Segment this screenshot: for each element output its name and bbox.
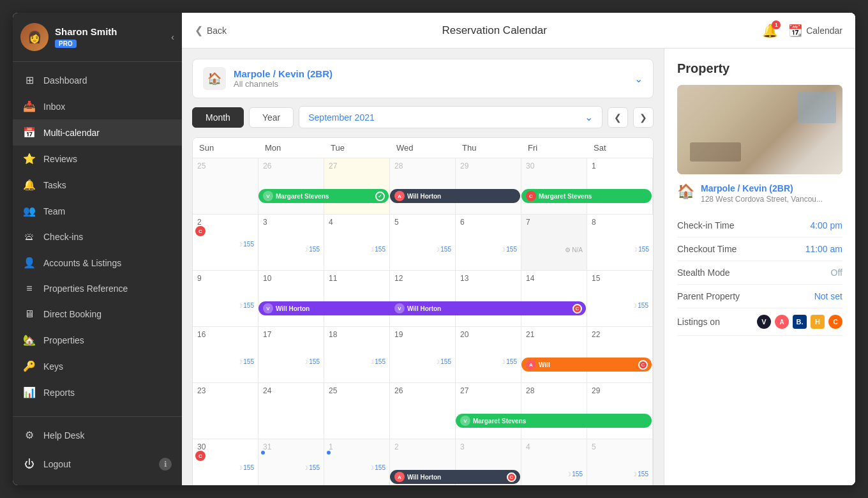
sidebar-item-reviews[interactable]: ⭐ Reviews (13, 146, 182, 172)
sidebar-item-helpdesk[interactable]: ⚙ Help Desk (13, 422, 182, 448)
cell-sep5[interactable]: 5 ☽ 155 (390, 215, 456, 271)
calendar-grid: Sun Mon Tue Wed Thu Fri Sat 25 (192, 137, 654, 485)
collapse-button[interactable]: ‹ (171, 32, 174, 42)
tasks-icon: 🔔 (23, 179, 36, 191)
sidebar-item-keys[interactable]: 🔑 Keys (13, 353, 182, 379)
cell-sep14[interactable]: 14 (521, 271, 587, 327)
cell-sep28[interactable]: 28 (521, 383, 587, 439)
col-sat: Sat (587, 138, 653, 158)
cell-sep4[interactable]: 4 ☽ 155 (324, 215, 390, 271)
cell-aug28[interactable]: 28 (390, 158, 456, 215)
dashboard-icon: ⊞ (23, 74, 36, 86)
sidebar-item-inbox[interactable]: 📥 Inbox (13, 93, 182, 119)
sidebar-item-tasks[interactable]: 🔔 Tasks (13, 172, 182, 198)
sidebar-item-logout[interactable]: ⏻ Logout (23, 453, 159, 475)
cell-oct2[interactable]: 2 (390, 439, 456, 485)
sidebar-item-team[interactable]: 👥 Team (13, 198, 182, 224)
cell-sep27[interactable]: 27 (456, 383, 521, 439)
cell-sep29[interactable]: 29 (587, 383, 653, 439)
bell-button[interactable]: 🔔 1 (762, 23, 778, 38)
cell-aug26[interactable]: 26 (258, 158, 324, 215)
homeaway-icon: H (811, 315, 825, 329)
cell-sep9[interactable]: 9 ☽ 155 (193, 271, 258, 327)
cell-oct3[interactable]: 3 (456, 439, 521, 485)
cell-sep24[interactable]: 24 (258, 383, 324, 439)
cell-sep1[interactable]: 1 (587, 158, 653, 215)
cell-sep16[interactable]: 16 ☽ 155 (193, 327, 258, 383)
property-dropdown-icon: ⌄ (634, 73, 643, 85)
cell-sep23[interactable]: 23 (193, 383, 258, 439)
sidebar-info-row: ⏻ Logout ℹ (13, 448, 182, 480)
next-month-button[interactable]: ❯ (633, 107, 654, 128)
cell-oct1[interactable]: 1 ☽ 155 (324, 439, 390, 485)
cell-sep11[interactable]: 11 (324, 271, 390, 327)
week-row-3: 9 ☽ 155 10 11 (193, 271, 653, 327)
cell-sep6[interactable]: 6 ☽ 155 (456, 215, 521, 271)
col-mon: Mon (258, 138, 324, 158)
back-button[interactable]: ❮ Back (195, 24, 227, 36)
sidebar-item-properties[interactable]: 🏡 Properties (13, 327, 182, 353)
checkout-label: Checkout Time (677, 244, 737, 254)
cell-sep21[interactable]: 21 ☽ 155 (521, 327, 587, 383)
month-selector[interactable]: September 2021 ⌄ (299, 106, 602, 128)
profile-info: Sharon Smith PRO (55, 26, 165, 49)
accounts-icon: 👤 (23, 257, 36, 269)
cell-sep22[interactable]: 22 (587, 327, 653, 383)
cell-sep17[interactable]: 17 ☽ 155 (258, 327, 324, 383)
reviews-icon: ⭐ (23, 153, 36, 165)
cell-sep15[interactable]: 15 ☽ 155 (587, 271, 653, 327)
cell-oct5[interactable]: 5 ☽ 155 (587, 439, 653, 485)
col-tue: Tue (324, 138, 390, 158)
checkout-value: 11:00 am (805, 244, 842, 254)
listings-row: Listings on V A B. H C (677, 308, 842, 336)
week-row-2: 2 C ☽ 155 (193, 215, 653, 271)
avatar-image: 👩 (20, 23, 49, 51)
cell-sep8[interactable]: 8 ☽ 155 (587, 215, 653, 271)
sidebar-nav: ⊞ Dashboard 📥 Inbox 📅 Multi-calendar ⭐ R… (13, 62, 182, 416)
cell-sep10[interactable]: 10 (258, 271, 324, 327)
cell-sep2[interactable]: 2 C ☽ 155 (193, 215, 258, 271)
sidebar-item-reports[interactable]: 📊 Reports (13, 379, 182, 405)
year-view-button[interactable]: Year (249, 107, 294, 128)
sidebar-item-multi-calendar[interactable]: 📅 Multi-calendar (13, 119, 182, 146)
info-button[interactable]: ℹ (159, 458, 172, 471)
cell-sep30[interactable]: 30 C ☽ 155 (193, 439, 258, 485)
cell-sep19[interactable]: 19 ☽ 155 (390, 327, 456, 383)
calendar-controls: Month Year September 2021 ⌄ ❮ ❯ (192, 106, 654, 128)
sidebar-item-direct-booking[interactable]: 🖥 Direct Booking (13, 301, 182, 327)
sidebar-item-accounts-listings[interactable]: 👤 Accounts & Listings (13, 250, 182, 276)
month-display: September 2021 (308, 112, 580, 123)
cell-sep12[interactable]: 12 (390, 271, 456, 327)
bell-badge: 1 (772, 20, 781, 29)
prev-month-button[interactable]: ❮ (608, 107, 628, 128)
cell-oct4[interactable]: 4 ☽ 155 (521, 439, 587, 485)
property-card: 🏠 Marpole / Kevin (2BR) 128 West Cordova… (677, 183, 842, 204)
property-selector[interactable]: 🏠 Marpole / Kevin (2BR) All channels ⌄ (192, 59, 654, 98)
calendar-container: 🏠 Marpole / Kevin (2BR) All channels ⌄ M… (182, 49, 855, 485)
panel-title: Property (677, 61, 842, 76)
cell-oct31[interactable]: 31 ☽ 155 (258, 439, 324, 485)
cell-sep3[interactable]: 3 ☽ 155 (258, 215, 324, 271)
cell-aug29[interactable]: 29 (456, 158, 521, 215)
multi-calendar-icon: 📅 (23, 126, 36, 139)
airbnb-icon: A (775, 315, 789, 329)
calendar-button[interactable]: 📆 Calendar (788, 24, 842, 38)
cell-sep18[interactable]: 18 ☽ 155 (324, 327, 390, 383)
sidebar-item-checkins[interactable]: 🛎 Check-ins (13, 224, 182, 250)
cell-sep13[interactable]: 13 (456, 271, 521, 327)
sidebar-item-properties-reference[interactable]: ≡ Properties Reference (13, 276, 182, 301)
cell-aug25[interactable]: 25 (193, 158, 258, 215)
property-image (677, 85, 842, 174)
parent-row: Parent Property Not set (677, 285, 842, 308)
sidebar-item-dashboard[interactable]: ⊞ Dashboard (13, 67, 182, 93)
profile-name: Sharon Smith (55, 26, 165, 37)
cell-aug27[interactable]: 27 (324, 158, 390, 215)
cell-aug30[interactable]: 30 (521, 158, 587, 215)
checkin-row: Check-in Time 4:00 pm (677, 214, 842, 238)
top-header: ❮ Back Reservation Calendar 🔔 1 📆 Calend… (182, 13, 855, 49)
cell-sep25[interactable]: 25 (324, 383, 390, 439)
cell-sep7[interactable]: 7 ⚙ N/A (521, 215, 587, 271)
cell-sep20[interactable]: 20 ☽ 155 (456, 327, 521, 383)
month-view-button[interactable]: Month (192, 107, 244, 128)
cell-sep26[interactable]: 26 (390, 383, 456, 439)
